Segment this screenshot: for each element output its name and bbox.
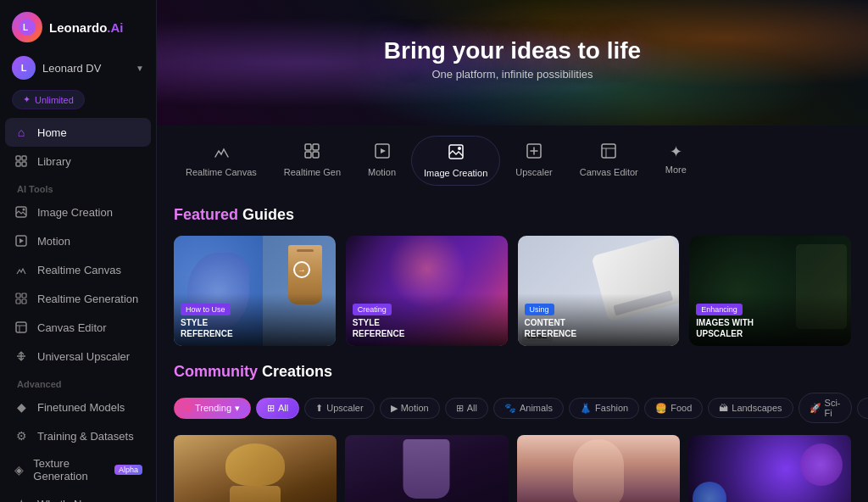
- svg-rect-19: [313, 152, 319, 158]
- canvas-editor-tool-icon: [600, 142, 617, 164]
- sidebar-item-label: Motion: [37, 235, 70, 248]
- creation-card-4[interactable]: [688, 435, 851, 502]
- nav-items: ⌂ Home Library AI Tools Image Creation M…: [0, 118, 156, 502]
- filter-all-purple[interactable]: ⊞ All: [256, 398, 299, 419]
- creation-card-2[interactable]: [345, 435, 508, 502]
- realtime-canvas-icon: [14, 262, 29, 277]
- chevron-down-icon: ▼: [136, 64, 144, 73]
- guide-tag: Enhancing: [696, 304, 743, 315]
- hero-content: Bring your ideas to life One platform, i…: [157, 0, 868, 126]
- tool-label: Upscaler: [515, 167, 552, 177]
- tool-upscaler[interactable]: Upscaler: [504, 136, 564, 186]
- grid-icon: ⊞: [267, 403, 275, 414]
- filter-row: Trending ▾ ⊞ All ⬆ Upscaler ▶ Motion ⊞ A…: [174, 393, 851, 423]
- creation-bg: [517, 435, 680, 502]
- featured-rest: Guides: [238, 206, 294, 223]
- guide-card-overlay: Enhancing IMAGES WITHUPSCALER: [689, 293, 851, 346]
- filter-label: Sci-Fi: [825, 398, 841, 418]
- sidebar-item-home[interactable]: ⌂ Home: [5, 118, 151, 147]
- sidebar-item-library[interactable]: Library: [5, 147, 151, 176]
- motion-filter-icon: ▶: [391, 403, 398, 414]
- filter-food[interactable]: 🍔 Food: [644, 398, 703, 419]
- texture-icon: ◈: [14, 462, 25, 477]
- user-row[interactable]: L Leonard DV ▼: [0, 51, 156, 85]
- tool-label: Motion: [368, 167, 396, 177]
- realtime-generation-icon: [14, 291, 29, 306]
- svg-rect-24: [602, 144, 615, 158]
- sidebar-item-image-creation[interactable]: Image Creation: [5, 198, 151, 226]
- scifi-icon: 🚀: [810, 403, 821, 414]
- filter-next[interactable]: ▶: [857, 398, 868, 419]
- sidebar-item-label: Realtime Canvas: [37, 264, 121, 276]
- guide-tag: Using: [525, 304, 554, 315]
- svg-text:L: L: [23, 23, 28, 32]
- tool-label: Realtime Canvas: [186, 167, 257, 177]
- creation-bg: [174, 435, 337, 502]
- sidebar-item-whats-new[interactable]: ★ What's New: [5, 489, 151, 502]
- ai-tools-label: AI Tools: [5, 176, 151, 198]
- sidebar-item-universal-upscaler[interactable]: Universal Upscaler: [5, 342, 151, 371]
- upscaler-filter-icon: ⬆: [315, 403, 323, 414]
- sidebar-item-label: Home: [37, 126, 67, 139]
- guides-grid: → How to Use STYLEREFERENCE Creating STY…: [174, 236, 851, 346]
- guide-tag: Creating: [353, 304, 392, 315]
- finetuned-models-icon: ◆: [14, 399, 29, 415]
- filter-label: Food: [670, 403, 692, 413]
- logo: L Leonardo.Ai: [0, 0, 156, 51]
- filter-upscaler[interactable]: ⬆ Upscaler: [304, 398, 374, 419]
- guide-tag: How to Use: [181, 304, 231, 315]
- creation-card-1[interactable]: [174, 435, 337, 502]
- tool-more[interactable]: ✦ More: [654, 136, 698, 186]
- featured-highlight: Featured: [174, 206, 238, 223]
- creations-grid: [174, 435, 851, 502]
- svg-rect-2: [16, 156, 20, 160]
- guide-card-style-reference-2[interactable]: Creating STYLEREFERENCE: [346, 236, 508, 346]
- tool-label: Canvas Editor: [580, 167, 638, 177]
- hero-title: Bring your ideas to life: [384, 37, 641, 64]
- logo-text: Leonardo.Ai: [49, 20, 124, 35]
- tool-realtime-canvas[interactable]: Realtime Canvas: [174, 136, 269, 186]
- community-highlight: Community: [174, 363, 258, 380]
- sidebar-item-texture-generation[interactable]: ◈ Texture Generation Alpha: [5, 450, 151, 489]
- guide-card-upscaler[interactable]: Enhancing IMAGES WITHUPSCALER: [689, 236, 851, 346]
- featured-section-title: Featured Guides: [174, 206, 851, 224]
- guide-card-content-reference[interactable]: JOSE Using CONTENTREFERENCE: [518, 236, 680, 346]
- svg-point-22: [458, 147, 461, 150]
- filter-animals[interactable]: 🐾 Animals: [493, 398, 564, 419]
- filter-trending[interactable]: Trending ▾: [174, 398, 251, 419]
- filter-landscapes[interactable]: 🏔 Landscapes: [708, 398, 793, 418]
- filter-all-normal[interactable]: ⊞ All: [445, 398, 488, 419]
- filter-fashion[interactable]: 👗 Fashion: [569, 398, 639, 419]
- community-section-title: Community Creations: [174, 363, 851, 381]
- unlimited-icon: ✦: [23, 94, 31, 105]
- image-creation-tool-icon: [448, 143, 465, 165]
- sidebar-item-finetuned-models[interactable]: ◆ Finetuned Models: [5, 393, 151, 421]
- filter-motion[interactable]: ▶ Motion: [380, 398, 440, 419]
- tool-image-creation[interactable]: Image Creation: [411, 136, 500, 186]
- filter-scifi[interactable]: 🚀 Sci-Fi: [798, 393, 852, 423]
- creation-card-3[interactable]: [517, 435, 680, 502]
- svg-rect-17: [313, 144, 319, 150]
- tool-realtime-gen[interactable]: Realtime Gen: [272, 136, 353, 186]
- chevron-down-icon: ▾: [235, 403, 240, 414]
- sidebar-item-label: Training & Datasets: [37, 430, 134, 443]
- sidebar-item-label: Universal Upscaler: [37, 350, 130, 363]
- guide-card-style-reference-1[interactable]: → How to Use STYLEREFERENCE: [174, 236, 336, 346]
- tool-motion[interactable]: Motion: [356, 136, 408, 186]
- sidebar-item-realtime-generation[interactable]: Realtime Generation: [5, 284, 151, 313]
- food-icon: 🍔: [655, 403, 667, 414]
- sidebar-item-label: Realtime Generation: [37, 293, 138, 305]
- sidebar-item-training-datasets[interactable]: ⚙ Training & Datasets: [5, 421, 151, 450]
- filter-label: All: [467, 403, 477, 413]
- filter-label: Trending: [195, 403, 231, 413]
- guide-title: IMAGES WITHUPSCALER: [696, 317, 844, 339]
- unlimited-badge: ✦ Unlimited: [12, 90, 85, 109]
- sidebar-item-motion[interactable]: Motion: [5, 226, 151, 255]
- sidebar-item-realtime-canvas[interactable]: Realtime Canvas: [5, 255, 151, 284]
- more-tool-icon: ✦: [670, 142, 682, 161]
- upscaler-tool-icon: [526, 142, 542, 164]
- filter-label: Motion: [401, 403, 429, 413]
- sidebar-item-canvas-editor[interactable]: Canvas Editor: [5, 313, 151, 342]
- tool-canvas-editor[interactable]: Canvas Editor: [568, 136, 650, 186]
- svg-point-7: [23, 209, 25, 211]
